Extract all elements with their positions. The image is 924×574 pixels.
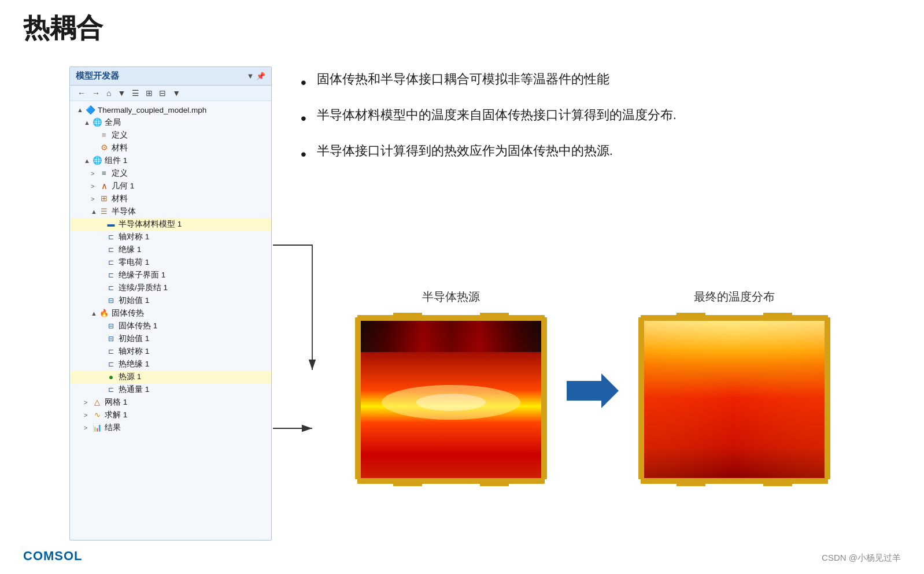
tree-item-ins1[interactable]: ⊏ 绝缘 1 xyxy=(70,243,271,256)
init2-icon: ⊟ xyxy=(106,334,116,344)
tree-item-init1[interactable]: ⊟ 初始值 1 xyxy=(70,294,271,307)
tree-label-global: 全局 xyxy=(105,117,121,128)
tree-label-mat1: 材料 xyxy=(112,143,128,153)
tree-item-zcharge1[interactable]: ⊏ 零电荷 1 xyxy=(70,256,271,269)
bullet-text-2: 半导体材料模型中的温度来自固体传热接口计算得到的温度分布. xyxy=(317,105,677,124)
view-btn3[interactable]: ⊟ xyxy=(157,88,168,98)
tree-item-def2[interactable]: > ≡ 定义 xyxy=(70,167,271,180)
expand-global: ▲ xyxy=(84,119,91,126)
tree-item-global[interactable]: ▲ 🌐 全局 xyxy=(70,116,271,129)
viz-label-right: 最终的温度分布 xyxy=(694,289,775,305)
bullet-dot-2: • xyxy=(301,106,306,131)
back-btn[interactable]: ← xyxy=(76,88,87,98)
tree-header: 模型开发器 ▼ 📌 xyxy=(70,67,271,86)
content-area: • 固体传热和半导体接口耦合可模拟非等温器件的性能 • 半导体材料模型中的温度来… xyxy=(301,69,890,177)
home-btn[interactable]: ⌂ xyxy=(105,88,113,98)
view-btn4[interactable]: ▼ xyxy=(171,88,182,98)
svg-rect-5 xyxy=(357,478,545,484)
expand-geo1: > xyxy=(91,183,98,190)
tree-label-comp1: 组件 1 xyxy=(105,155,127,166)
tree-item-axsym2[interactable]: ⊏ 轴对称 1 xyxy=(70,345,271,358)
tree-item-def1[interactable]: ≡ 定义 xyxy=(70,129,271,142)
tree-item-heatsrc1[interactable]: ● 热源 1 xyxy=(70,371,271,383)
bullet-dot-1: • xyxy=(301,71,306,95)
tree-item-ht[interactable]: ▲ 🔥 固体传热 xyxy=(70,307,271,320)
tree-label-mat2: 材料 xyxy=(112,194,128,204)
bullet-item-2: • 半导体材料模型中的温度来自固体传热接口计算得到的温度分布. xyxy=(301,105,890,131)
heatsrc1-icon: ● xyxy=(106,372,116,382)
tree-item-comp1[interactable]: ▲ 🌐 组件 1 xyxy=(70,154,271,167)
watermark: CSDN @小杨见过羊 xyxy=(822,553,901,564)
viz-block-left: 半导体热源 xyxy=(353,289,549,492)
svg-rect-4 xyxy=(357,315,545,321)
heatmap-left-svg xyxy=(353,313,549,486)
expand-root: ▲ xyxy=(77,106,84,113)
tree-item-insface1[interactable]: ⊏ 绝缘子界面 1 xyxy=(70,269,271,282)
viz-image-left xyxy=(353,313,549,492)
insface1-icon: ⊏ xyxy=(106,270,116,280)
tree-item-mesh1[interactable]: > △ 网格 1 xyxy=(70,396,271,409)
tree-item-mat2[interactable]: > ⊞ 材料 xyxy=(70,192,271,205)
model-tree-panel: 模型开发器 ▼ 📌 ← → ⌂ ▼ ☰ ⊞ ⊟ ▼ ▲ 🔷 Thermally_… xyxy=(69,66,272,540)
tree-label-contheter1: 连续/异质结 1 xyxy=(119,283,168,293)
tree-item-init2[interactable]: ⊟ 初始值 1 xyxy=(70,332,271,345)
tree-body: ▲ 🔷 Thermally_coupled_model.mph ▲ 🌐 全局 ≡… xyxy=(70,101,271,436)
tree-item-root[interactable]: ▲ 🔷 Thermally_coupled_model.mph xyxy=(70,103,271,116)
globe-icon: 🌐 xyxy=(92,117,102,128)
tree-label-zcharge1: 零电荷 1 xyxy=(119,257,149,268)
semi-icon: ☰ xyxy=(99,206,109,217)
tree-item-results[interactable]: > 📊 结果 xyxy=(70,421,271,434)
tree-item-heatflux1[interactable]: ⊏ 热通量 1 xyxy=(70,383,271,396)
viz-area: 半导体热源 xyxy=(283,289,902,492)
heatmap-right-svg xyxy=(636,313,833,486)
tree-item-mat1[interactable]: ⚙ 材料 xyxy=(70,142,271,154)
heatflux1-icon: ⊏ xyxy=(106,384,116,395)
tree-label-ht: 固体传热 xyxy=(112,308,144,319)
init1-icon: ⊟ xyxy=(106,295,116,306)
tree-item-semimat[interactable]: ▬ 半导体材料模型 1 xyxy=(70,218,271,231)
solver1-icon: ∿ xyxy=(92,410,102,420)
svg-rect-17 xyxy=(641,478,828,484)
direction-arrow-svg xyxy=(567,371,619,411)
tree-label-heatsrc1: 热源 1 xyxy=(119,372,141,382)
mat-icon: ⚙ xyxy=(99,143,109,153)
expand-mat1 xyxy=(91,145,98,151)
expand-semimat xyxy=(98,221,105,228)
svg-rect-19 xyxy=(825,317,830,479)
ins1-icon: ⊏ xyxy=(106,245,116,255)
arrow-container xyxy=(567,371,619,411)
comp-icon: 🌐 xyxy=(92,155,102,166)
view-btn2[interactable]: ⊞ xyxy=(144,88,154,98)
view-btn1[interactable]: ☰ xyxy=(130,88,141,98)
mat2-icon: ⊞ xyxy=(99,194,109,204)
geo-icon: ∧ xyxy=(99,181,109,191)
tree-item-thins1[interactable]: ⊏ 热绝缘 1 xyxy=(70,358,271,371)
ht1-icon: ⊟ xyxy=(106,321,116,331)
expand-def1 xyxy=(91,132,98,139)
bullet-text-3: 半导体接口计算得到的热效应作为固体传热中的热源. xyxy=(317,141,613,160)
tree-label-ins1: 绝缘 1 xyxy=(119,245,141,255)
svg-rect-1 xyxy=(357,317,545,352)
svg-rect-10 xyxy=(393,482,422,486)
forward-btn[interactable]: → xyxy=(90,88,102,98)
tree-item-axsym1[interactable]: ⊏ 轴对称 1 xyxy=(70,231,271,243)
bullet-item-1: • 固体传热和半导体接口耦合可模拟非等温器件的性能 xyxy=(301,69,890,95)
tree-item-semi[interactable]: ▲ ☰ 半导体 xyxy=(70,205,271,218)
def-icon: ≡ xyxy=(99,130,109,140)
tree-label-def1: 定义 xyxy=(112,130,128,140)
expand-mat2: > xyxy=(91,195,98,202)
comsol-logo: COMSOL xyxy=(23,549,83,564)
tree-label-axsym2: 轴对称 1 xyxy=(119,346,149,357)
tree-item-ht1[interactable]: ⊟ 固体传热 1 xyxy=(70,320,271,332)
tree-label-semimat: 半导体材料模型 1 xyxy=(119,219,182,229)
tree-item-solver1[interactable]: > ∿ 求解 1 xyxy=(70,409,271,421)
tree-label-results: 结果 xyxy=(105,423,121,433)
tree-item-geo1[interactable]: > ∧ 几何 1 xyxy=(70,180,271,192)
svg-rect-22 xyxy=(677,482,705,486)
tree-label-init1: 初始值 1 xyxy=(119,295,149,306)
axsym1-icon: ⊏ xyxy=(106,232,116,242)
tree-item-contheter1[interactable]: ⊏ 连续/异质结 1 xyxy=(70,282,271,294)
zcharge1-icon: ⊏ xyxy=(106,257,116,268)
bullet-text-1: 固体传热和半导体接口耦合可模拟非等温器件的性能 xyxy=(317,69,609,88)
tree-label-init2: 初始值 1 xyxy=(119,334,149,344)
